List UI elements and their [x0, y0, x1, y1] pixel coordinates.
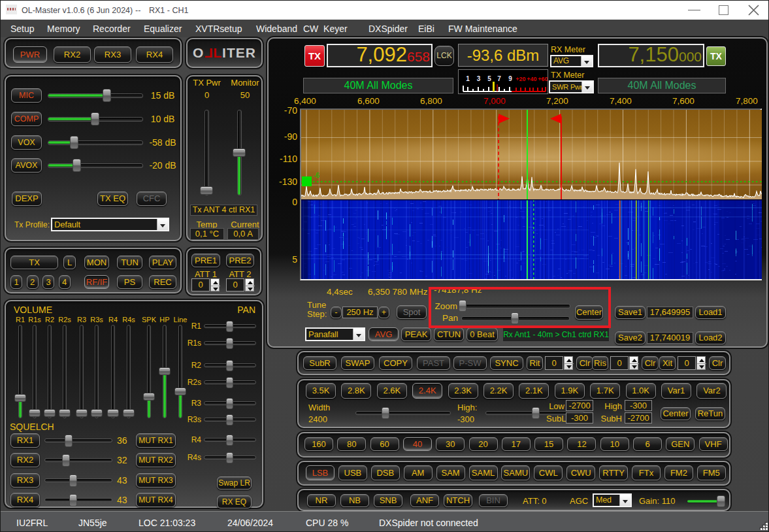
svg-text:7: 7 — [497, 75, 501, 82]
svg-text:1: 1 — [466, 75, 470, 82]
svg-text:+40: +40 — [527, 76, 536, 82]
svg-text:+60: +60 — [538, 76, 548, 82]
svg-text:3: 3 — [477, 75, 481, 82]
svg-text:-6: -6 — [314, 172, 319, 179]
svg-text:5: 5 — [487, 75, 491, 82]
svg-text:9: 9 — [508, 75, 512, 82]
svg-text:+20: +20 — [515, 76, 525, 82]
